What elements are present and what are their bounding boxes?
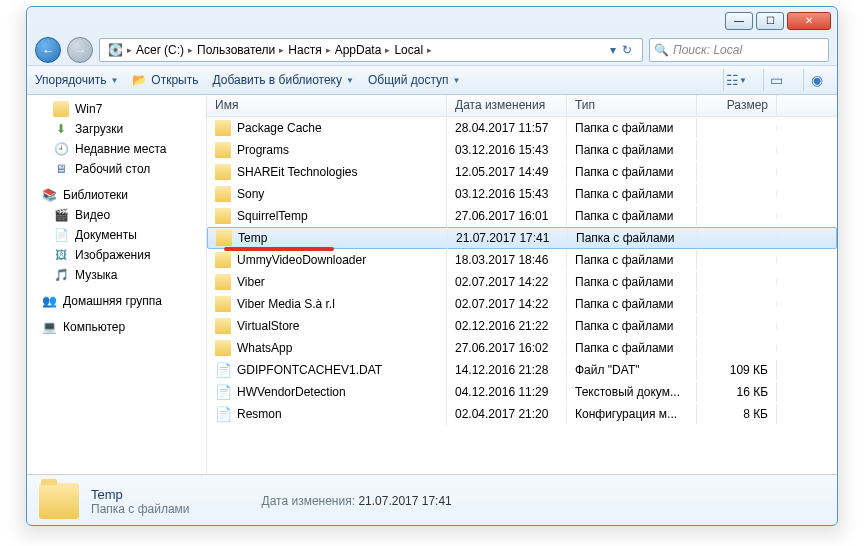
titlebar[interactable]: — ☐ ✕ — [27, 7, 837, 35]
sidebar-item[interactable]: 🕘Недавние места — [27, 139, 206, 159]
folder-icon — [215, 164, 231, 180]
sidebar: Win7⬇Загрузки🕘Недавние места🖥Рабочий сто… — [27, 95, 207, 474]
file-icon: 📄 — [215, 406, 231, 422]
open-button[interactable]: 📂Открыть — [132, 73, 198, 87]
file-date: 03.12.2016 15:43 — [447, 184, 567, 204]
nav-icon: 🖼 — [53, 247, 69, 263]
minimize-button[interactable]: — — [725, 12, 753, 30]
maximize-button[interactable]: ☐ — [756, 12, 784, 30]
file-name: WhatsApp — [237, 341, 292, 355]
file-row[interactable]: 📄Resmon02.04.2017 21:20Конфигурация м...… — [207, 403, 837, 425]
file-size: 16 КБ — [697, 382, 777, 402]
sidebar-item[interactable]: 📚Библиотеки — [27, 185, 206, 205]
addlib-button[interactable]: Добавить в библиотеку▼ — [212, 73, 353, 87]
breadcrumb-item[interactable]: Local — [390, 43, 427, 57]
sidebar-item[interactable]: 🖼Изображения — [27, 245, 206, 265]
file-date: 27.06.2017 16:02 — [447, 338, 567, 358]
breadcrumb-item[interactable]: AppData — [331, 43, 386, 57]
breadcrumb-item[interactable]: Настя — [284, 43, 325, 57]
file-list: Package Cache28.04.2017 11:57Папка с фай… — [207, 117, 837, 474]
sidebar-item[interactable]: 🖥Рабочий стол — [27, 159, 206, 179]
nav-icon: 💻 — [41, 319, 57, 335]
file-date: 28.04.2017 11:57 — [447, 118, 567, 138]
share-button[interactable]: Общий доступ▼ — [368, 73, 461, 87]
help-button[interactable]: ◉ — [803, 69, 829, 91]
open-icon: 📂 — [132, 73, 147, 87]
folder-icon — [39, 483, 79, 519]
explorer-window: — ☐ ✕ ← → 💽 ▸Acer (C:) ▸Пользователи ▸На… — [26, 6, 838, 526]
sidebar-item[interactable]: 🎵Музыка — [27, 265, 206, 285]
nav-icon: 🕘 — [53, 141, 69, 157]
file-type: Папка с файлами — [567, 140, 697, 160]
sidebar-item[interactable]: ⬇Загрузки — [27, 119, 206, 139]
folder-icon — [215, 252, 231, 268]
breadcrumb-item[interactable]: Acer (C:) — [132, 43, 188, 57]
file-row[interactable]: Programs03.12.2016 15:43Папка с файлами — [207, 139, 837, 161]
search-placeholder: Поиск: Local — [673, 43, 742, 57]
sidebar-item[interactable]: 🎬Видео — [27, 205, 206, 225]
nav-icon: 🎵 — [53, 267, 69, 283]
close-button[interactable]: ✕ — [787, 12, 831, 30]
col-name[interactable]: Имя — [207, 95, 447, 116]
search-input[interactable]: 🔍 Поиск: Local — [649, 38, 829, 62]
file-row[interactable]: Sony03.12.2016 15:43Папка с файлами — [207, 183, 837, 205]
view-button[interactable]: ☷ ▼ — [723, 69, 749, 91]
file-row[interactable]: 📄GDIPFONTCACHEV1.DAT14.12.2016 21:28Файл… — [207, 359, 837, 381]
file-date: 27.06.2017 16:01 — [447, 206, 567, 226]
folder-icon — [215, 208, 231, 224]
nav-icon: 📚 — [41, 187, 57, 203]
file-row[interactable]: SquirrelTemp27.06.2017 16:01Папка с файл… — [207, 205, 837, 227]
back-button[interactable]: ← — [35, 37, 61, 63]
breadcrumb[interactable]: 💽 ▸Acer (C:) ▸Пользователи ▸Настя ▸AppDa… — [99, 38, 643, 62]
file-size — [697, 191, 777, 197]
file-row[interactable]: Package Cache28.04.2017 11:57Папка с фай… — [207, 117, 837, 139]
file-type: Текстовый докум... — [567, 382, 697, 402]
column-headers[interactable]: Имя Дата изменения Тип Размер — [207, 95, 837, 117]
file-name: UmmyVideoDownloader — [237, 253, 366, 267]
col-type[interactable]: Тип — [567, 95, 697, 116]
sidebar-item[interactable]: 👥Домашняя группа — [27, 291, 206, 311]
folder-icon — [216, 230, 232, 246]
col-date[interactable]: Дата изменения — [447, 95, 567, 116]
sidebar-item[interactable]: 📄Документы — [27, 225, 206, 245]
refresh-button[interactable]: ↻ — [616, 43, 638, 57]
sidebar-item-label: Музыка — [75, 268, 117, 282]
file-row[interactable]: Temp21.07.2017 17:41Папка с файлами — [207, 227, 837, 249]
folder-icon — [215, 318, 231, 334]
sidebar-item[interactable]: 💻Компьютер — [27, 317, 206, 337]
file-row[interactable]: UmmyVideoDownloader18.03.2017 18:46Папка… — [207, 249, 837, 271]
file-type: Файл "DAT" — [567, 360, 697, 380]
file-name: SquirrelTemp — [237, 209, 308, 223]
file-date: 02.07.2017 14:22 — [447, 294, 567, 314]
file-row[interactable]: VirtualStore02.12.2016 21:22Папка с файл… — [207, 315, 837, 337]
file-row[interactable]: Viber02.07.2017 14:22Папка с файлами — [207, 271, 837, 293]
sidebar-item-label: Загрузки — [75, 122, 123, 136]
file-size — [697, 169, 777, 175]
file-name: Programs — [237, 143, 289, 157]
nav-icon: 👥 — [41, 293, 57, 309]
file-row[interactable]: 📄HWVendorDetection04.12.2016 11:29Тексто… — [207, 381, 837, 403]
file-date: 02.07.2017 14:22 — [447, 272, 567, 292]
folder-icon — [215, 120, 231, 136]
file-size — [697, 345, 777, 351]
file-size — [698, 235, 778, 241]
organize-button[interactable]: Упорядочить▼ — [35, 73, 118, 87]
file-size — [697, 257, 777, 263]
sidebar-item[interactable]: Win7 — [27, 99, 206, 119]
col-size[interactable]: Размер — [697, 95, 777, 116]
file-size: 109 КБ — [697, 360, 777, 380]
file-type: Папка с файлами — [567, 316, 697, 336]
file-row[interactable]: Viber Media S.à r.l02.07.2017 14:22Папка… — [207, 293, 837, 315]
details-meta: Дата изменения: 21.07.2017 17:41 — [262, 494, 452, 508]
forward-button[interactable]: → — [67, 37, 93, 63]
sidebar-item-label: Документы — [75, 228, 137, 242]
preview-pane-button[interactable]: ▭ — [763, 69, 789, 91]
breadcrumb-item[interactable]: Пользователи — [193, 43, 279, 57]
nav-icon: 🎬 — [53, 207, 69, 223]
folder-icon — [215, 340, 231, 356]
file-type: Папка с файлами — [567, 206, 697, 226]
file-row[interactable]: SHAREit Technologies12.05.2017 14:49Папк… — [207, 161, 837, 183]
file-type: Папка с файлами — [567, 272, 697, 292]
sidebar-item-label: Видео — [75, 208, 110, 222]
file-row[interactable]: WhatsApp27.06.2017 16:02Папка с файлами — [207, 337, 837, 359]
